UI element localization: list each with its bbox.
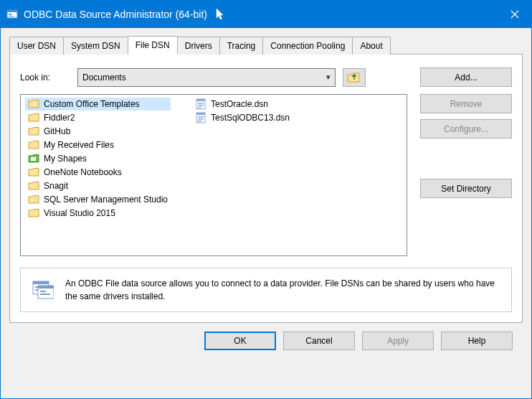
tab-connection-pooling[interactable]: Connection Pooling (262, 37, 353, 55)
help-button-label: Help (468, 336, 486, 346)
item-label: Snagit (44, 181, 68, 191)
item-label: Custom Office Templates (44, 99, 140, 109)
svg-rect-1 (7, 10, 17, 12)
cancel-button-label: Cancel (305, 336, 332, 346)
lookin-value: Documents (82, 72, 126, 83)
svg-rect-9 (198, 107, 201, 108)
tab-drivers[interactable]: Drivers (177, 37, 220, 55)
tab-user-dsn[interactable]: User DSN (9, 37, 64, 55)
add-button-label: Add... (455, 72, 477, 83)
item-label: Fiddler2 (44, 113, 75, 123)
list-item[interactable]: GitHub (25, 125, 171, 138)
svg-rect-3 (9, 16, 14, 17)
ok-button-label: OK (234, 336, 246, 346)
list-item[interactable]: Custom Office Templates (25, 98, 171, 111)
list-item[interactable]: TestOracle.dsn (192, 98, 293, 111)
list-item[interactable]: SQL Server Management Studio (25, 193, 171, 206)
remove-button-label: Remove (450, 99, 483, 109)
tab-tracing[interactable]: Tracing (219, 37, 264, 55)
cancel-button[interactable]: Cancel (283, 332, 355, 350)
folder-icon (28, 112, 39, 123)
list-item[interactable]: Snagit (25, 179, 171, 192)
list-item[interactable]: Fiddler2 (25, 111, 171, 124)
list-item[interactable]: My Shapes (25, 152, 171, 165)
folder-icon (28, 180, 39, 192)
svg-rect-13 (198, 118, 204, 120)
tab-panel: Look in: Documents ▾ Add... (9, 54, 523, 323)
item-label: SQL Server Management Studio (44, 194, 168, 205)
chevron-down-icon: ▾ (326, 72, 331, 82)
folder-icon (28, 194, 39, 205)
svg-rect-6 (196, 99, 205, 101)
info-text: An ODBC File data source allows you to c… (65, 277, 501, 303)
svg-rect-16 (33, 281, 49, 284)
list-item[interactable]: Visual Studio 2015 (25, 207, 171, 220)
tab-system-dsn[interactable]: System DSN (63, 37, 128, 55)
svg-rect-7 (198, 103, 204, 104)
lookin-dropdown[interactable]: Documents ▾ (77, 68, 336, 87)
item-label: TestOracle.dsn (211, 99, 268, 109)
remove-button[interactable]: Remove (420, 94, 512, 113)
list-item[interactable]: My Received Files (25, 139, 171, 151)
svg-rect-20 (38, 286, 54, 288)
window-title: ODBC Data Source Administrator (64-bit) (24, 9, 207, 20)
apply-button-label: Apply (387, 336, 409, 346)
dsn-file-icon (195, 112, 206, 123)
cursor-icon (216, 8, 226, 21)
item-label: Visual Studio 2015 (44, 208, 115, 218)
dialog-window: ODBC Data Source Administrator (64-bit) … (0, 0, 532, 399)
tab-strip: User DSN System DSN File DSN Drivers Tra… (9, 35, 523, 54)
item-label: My Shapes (44, 154, 87, 164)
app-icon (6, 9, 18, 20)
configure-button[interactable]: Configure... (420, 119, 512, 139)
svg-rect-4 (31, 157, 36, 161)
svg-rect-21 (40, 291, 46, 292)
item-label: GitHub (44, 126, 70, 136)
folder-icon (28, 207, 39, 219)
shapes-folder-icon (28, 153, 39, 164)
svg-rect-14 (198, 121, 201, 122)
help-button[interactable]: Help (441, 332, 513, 350)
item-label: OneNote Notebooks (44, 167, 122, 177)
close-button[interactable] (498, 1, 531, 28)
svg-rect-11 (196, 113, 205, 115)
tab-file-dsn[interactable]: File DSN (128, 36, 178, 55)
folder-icon (28, 139, 39, 151)
titlebar: ODBC Data Source Administrator (64-bit) (1, 1, 531, 28)
add-button[interactable]: Add... (420, 67, 512, 87)
tab-about[interactable]: About (352, 37, 390, 55)
svg-rect-12 (198, 116, 204, 118)
item-label: TestSqlODBC13.dsn (211, 113, 290, 123)
svg-rect-8 (198, 105, 204, 106)
dsn-file-icon (195, 98, 206, 110)
list-item[interactable]: OneNote Notebooks (25, 166, 171, 179)
svg-rect-22 (40, 294, 50, 295)
lookin-label: Look in: (20, 72, 70, 83)
list-item[interactable]: TestSqlODBC13.dsn (192, 111, 293, 124)
set-directory-button[interactable]: Set Directory (420, 179, 512, 198)
file-list[interactable]: Custom Office Templates Fiddler2 GitHub (20, 94, 407, 256)
folder-icon (28, 126, 39, 137)
dialog-body: User DSN System DSN File DSN Drivers Tra… (1, 28, 531, 398)
info-box: An ODBC File data source allows you to c… (20, 268, 512, 312)
apply-button[interactable]: Apply (362, 332, 434, 350)
ok-button[interactable]: OK (204, 332, 276, 350)
set-directory-button-label: Set Directory (441, 184, 490, 194)
configure-button-label: Configure... (444, 124, 488, 134)
item-label: My Received Files (44, 140, 114, 150)
dialog-footer: OK Cancel Apply Help (9, 323, 523, 350)
folder-icon (28, 98, 39, 110)
up-directory-button[interactable] (343, 68, 366, 87)
folder-icon (28, 166, 39, 178)
datasource-icon (31, 278, 54, 301)
svg-rect-2 (9, 14, 11, 15)
